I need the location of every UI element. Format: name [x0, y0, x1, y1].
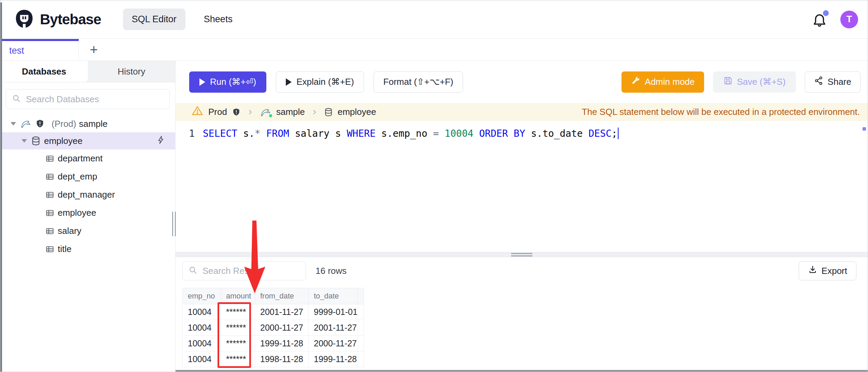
bytebase-logo-icon	[14, 9, 34, 30]
bolt-icon[interactable]	[157, 135, 166, 147]
environment-chip[interactable]: Prod	[208, 107, 227, 117]
chevron-right-icon	[310, 108, 319, 116]
table-name: title	[58, 244, 71, 254]
play-icon	[286, 78, 292, 86]
format-button[interactable]: Format (⇧+⌥+F)	[374, 71, 463, 93]
header-row: emp_no amount from_date to_date	[183, 288, 364, 304]
bytebase-sql-editor-window: Bytebase SQL Editor Sheets T test +	[0, 0, 868, 372]
tree-item-table-title[interactable]: title	[0, 240, 175, 258]
tree-item-database-sample[interactable]: (Prod) sample	[0, 115, 175, 132]
table-row: 10004 ****** 2000-11-27 2001-11-27	[183, 320, 364, 336]
protected-environment-warning: The SQL statement below will be executed…	[582, 107, 860, 117]
cell-filler	[358, 320, 364, 336]
results-table: emp_no amount from_date to_date 10004 **…	[182, 288, 364, 367]
save-icon	[723, 76, 733, 88]
tree-item-table-salary[interactable]: salary	[0, 222, 175, 240]
database-search	[6, 89, 170, 109]
table-row: 10004 ****** 1999-11-28 2000-11-27	[183, 336, 364, 351]
share-button[interactable]: Share	[805, 71, 860, 93]
sheet-tab-test[interactable]: test	[0, 39, 79, 61]
warning-icon	[191, 105, 204, 119]
sidebar-tab-databases[interactable]: Databases	[0, 61, 88, 82]
tree-item-table-department[interactable]: department	[0, 149, 175, 168]
cell: 2000-11-27	[255, 320, 309, 336]
tree-item-schema-employee[interactable]: employee	[0, 132, 175, 149]
panel-resize-handle[interactable]	[176, 252, 868, 257]
editor-toolbar: Run (⌘+⏎) Explain (⌘+E) Format (⇧+⌥+F) A…	[176, 61, 868, 103]
tree-item-table-dept-emp[interactable]: dept_emp	[0, 168, 175, 186]
nav-tab-sql-editor[interactable]: SQL Editor	[123, 9, 185, 30]
table-icon	[45, 209, 54, 217]
cell: 2001-11-27	[255, 304, 309, 320]
table-name: dept_manager	[58, 189, 115, 200]
code-line: 1 SELECT s.* FROM salary s WHERE s.emp_n…	[176, 127, 868, 140]
database-icon	[31, 136, 41, 146]
cell: 9999-01-01	[309, 304, 358, 320]
line-number: 1	[176, 128, 195, 139]
sheet-tab-bar: test +	[0, 39, 868, 61]
cell-filler	[358, 351, 364, 367]
table-icon	[45, 154, 54, 163]
database-search-input[interactable]	[26, 94, 164, 105]
bytebase-logo[interactable]: Bytebase	[14, 9, 101, 30]
notification-badge	[823, 10, 829, 16]
nav-tab-sheets[interactable]: Sheets	[195, 9, 241, 30]
table-chip[interactable]: employee	[338, 107, 376, 117]
table-name: dept_emp	[58, 171, 97, 182]
bell-icon	[812, 23, 827, 28]
table-icon	[45, 190, 54, 199]
annotation-arrow	[239, 218, 273, 296]
database-chip[interactable]: sample	[276, 107, 305, 117]
explain-button[interactable]: Explain (⌘+E)	[276, 71, 364, 93]
table-row: 10004 ****** 1998-11-28 1999-11-28	[183, 351, 364, 367]
cell: 1999-11-28	[309, 351, 358, 367]
cell-filler	[358, 304, 364, 320]
sql-code-editor[interactable]: 1 SELECT s.* FROM salary s WHERE s.emp_n…	[176, 121, 868, 252]
annotation-rectangle	[218, 302, 251, 368]
chevron-down-icon[interactable]	[11, 122, 16, 125]
table-name: salary	[58, 226, 81, 236]
cell: 1999-11-28	[255, 336, 309, 351]
table-icon	[45, 172, 54, 181]
save-button[interactable]: Save (⌘+S)	[713, 71, 796, 93]
horizontal-scrollbar[interactable]	[176, 370, 868, 372]
sidebar-resize-handle[interactable]	[172, 212, 176, 236]
admin-mode-button[interactable]: Admin mode	[621, 71, 704, 93]
mysql-icon	[20, 119, 32, 129]
editor-panel: Run (⌘+⏎) Explain (⌘+E) Format (⇧+⌥+F) A…	[176, 61, 868, 372]
mysql-icon	[260, 107, 271, 117]
environment-label: (Prod)	[52, 119, 76, 129]
header-right: T	[812, 11, 858, 28]
app-header: Bytebase SQL Editor Sheets T	[0, 0, 868, 39]
tree-item-table-employee[interactable]: employee	[0, 204, 175, 222]
user-avatar[interactable]: T	[840, 11, 858, 28]
export-button[interactable]: Export	[799, 261, 856, 280]
results-toolbar: 16 rows Export	[176, 257, 868, 281]
top-nav: SQL Editor Sheets	[123, 9, 241, 30]
sidebar-tab-history[interactable]: History	[88, 61, 175, 82]
tree-item-table-dept-manager[interactable]: dept_manager	[0, 186, 175, 204]
notifications-button[interactable]	[812, 12, 827, 27]
play-icon	[199, 78, 205, 86]
wrench-icon	[631, 76, 641, 88]
table-icon	[45, 245, 54, 254]
table-name: employee	[58, 208, 96, 218]
cell: 10004	[183, 351, 221, 367]
shield-icon	[232, 108, 241, 117]
run-button[interactable]: Run (⌘+⏎)	[189, 71, 266, 93]
chevron-down-icon[interactable]	[22, 139, 27, 143]
window-left-scrollbar[interactable]	[0, 2, 2, 372]
download-icon	[808, 265, 817, 277]
brand-name: Bytebase	[40, 11, 101, 28]
add-sheet-tab-button[interactable]: +	[79, 39, 98, 61]
column-header-emp-no: emp_no	[183, 288, 221, 304]
overview-ruler-marker	[863, 127, 866, 131]
cell: 10004	[183, 304, 221, 320]
database-name: sample	[79, 119, 108, 129]
schema-name: employee	[44, 136, 83, 146]
row-count: 16 rows	[316, 266, 347, 276]
column-header-to-date: to_date	[309, 288, 358, 304]
table-name: department	[58, 153, 103, 164]
search-icon	[188, 265, 198, 276]
table-row: 10004 ****** 2001-11-27 9999-01-01	[183, 304, 364, 320]
